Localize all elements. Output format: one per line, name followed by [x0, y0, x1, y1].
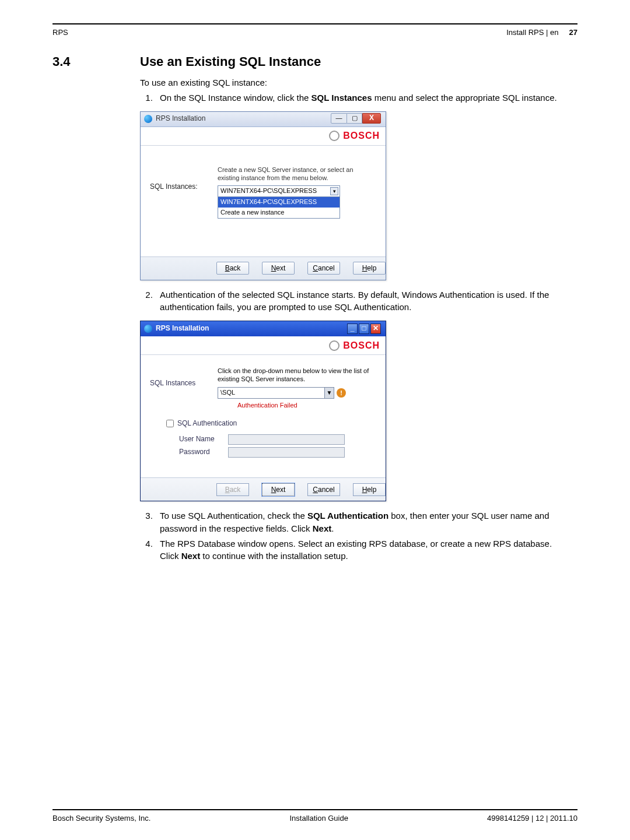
globe-icon [329, 131, 340, 141]
sql-instances-label: SQL Instances [150, 367, 218, 410]
screenshot-sql-instance-win7: RPS Installation — ▢ X BOSCH SQL Instanc… [140, 111, 386, 280]
sql-auth-checkbox[interactable] [166, 420, 174, 427]
button-row: Back Next Cancel Help [141, 477, 386, 501]
instruction-text: Create a new SQL Server instance, or sel… [218, 166, 376, 182]
screenshot-sql-auth-xp: RPS Installation _ □ ✕ BOSCH SQL Instanc… [140, 321, 386, 501]
help-button[interactable]: Help [353, 483, 386, 496]
password-label: Password [179, 447, 228, 457]
window-title: RPS Installation [156, 324, 209, 333]
next-button[interactable]: Next [262, 262, 295, 275]
chevron-down-icon[interactable]: ▾ [330, 187, 338, 195]
brand-bar: BOSCH [141, 127, 386, 146]
header-page-number: 27 [569, 28, 578, 37]
close-button[interactable]: ✕ [370, 324, 381, 334]
minimize-button[interactable]: — [331, 113, 347, 124]
password-field[interactable] [228, 447, 345, 458]
list-option-selected[interactable]: WIN7ENTX64-PC\SQLEXPRESS [218, 197, 340, 208]
page-footer: Bosch Security Systems, Inc. Installatio… [52, 809, 578, 823]
list-option-create-new[interactable]: Create a new instance [218, 208, 340, 218]
auth-failed-text: Authentication Failed [237, 401, 376, 410]
combo-value: \SQL [220, 388, 235, 398]
back-button: Back [216, 483, 249, 496]
help-button[interactable]: Help [353, 262, 386, 275]
combo-value: WIN7ENTX64-PC\SQLEXPRESS [220, 187, 317, 196]
footer-left: Bosch Security Systems, Inc. [52, 814, 150, 823]
page-header: RPS Install RPS | en 27 [52, 28, 578, 37]
sql-auth-label: SQL Authentication [177, 419, 237, 428]
close-button[interactable]: X [362, 113, 381, 124]
window-title: RPS Installation [156, 114, 205, 124]
bosch-logo: BOSCH [343, 339, 380, 352]
header-section: Install RPS | en [506, 28, 558, 37]
footer-center: Installation Guide [289, 814, 348, 823]
step-4: The RPS Database window opens. Select an… [155, 537, 572, 563]
cancel-button[interactable]: Cancel [307, 262, 340, 275]
maximize-button[interactable]: □ [359, 324, 369, 334]
sql-instance-listbox[interactable]: WIN7ENTX64-PC\SQLEXPRESS Create a new in… [218, 197, 340, 219]
sql-instances-label: SQL Instances: [150, 166, 218, 246]
titlebar: RPS Installation — ▢ X [141, 112, 386, 127]
warning-icon: ! [337, 388, 346, 398]
header-left: RPS [52, 28, 68, 37]
username-field[interactable] [228, 434, 345, 445]
step-1: On the SQL Instance window, click the SQ… [155, 92, 572, 104]
app-icon [144, 325, 152, 333]
sql-instance-combobox[interactable]: \SQL ▼ [218, 387, 334, 399]
footer-right: 4998141259 | 12 | 2011.10 [487, 814, 578, 823]
step-3: To use SQL Authentication, check the SQL… [155, 509, 572, 535]
back-button[interactable]: Back [216, 262, 249, 275]
globe-icon [329, 340, 340, 351]
sql-instance-combobox[interactable]: WIN7ENTX64-PC\SQLEXPRESS ▾ [218, 185, 340, 197]
app-icon [144, 115, 152, 123]
chevron-down-icon[interactable]: ▼ [324, 388, 334, 398]
maximize-button[interactable]: ▢ [347, 113, 362, 124]
intro-text: To use an existing SQL instance: [140, 76, 572, 89]
section-number: 3.4 [52, 54, 105, 69]
minimize-button[interactable]: _ [347, 324, 358, 334]
section-title: Use an Existing SQL Instance [140, 54, 321, 69]
username-label: User Name [179, 434, 228, 444]
next-button[interactable]: Next [262, 483, 295, 496]
bosch-logo: BOSCH [343, 129, 380, 142]
cancel-button[interactable]: Cancel [307, 483, 340, 496]
titlebar: RPS Installation _ □ ✕ [141, 321, 386, 336]
brand-bar: BOSCH [141, 336, 386, 355]
step-2: Authentication of the selected SQL insta… [155, 289, 572, 314]
instruction-text: Click on the drop-down menu below to vie… [218, 367, 376, 384]
button-row: Back Next Cancel Help [141, 256, 386, 280]
